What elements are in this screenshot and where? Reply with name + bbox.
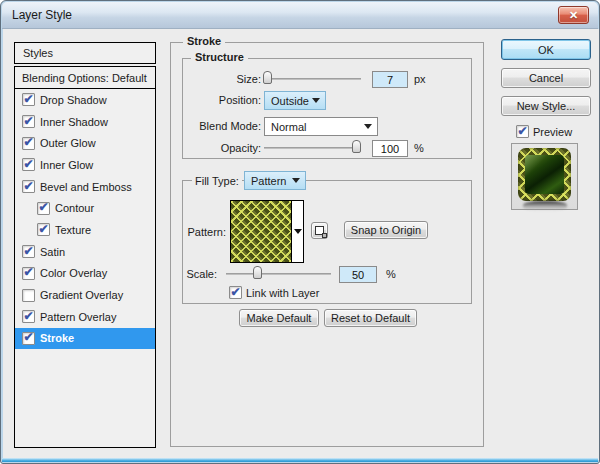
fill-type-dropdown[interactable]: Pattern <box>244 171 306 190</box>
pattern-picker[interactable] <box>230 200 304 263</box>
position-dropdown[interactable]: Outside <box>264 91 326 110</box>
size-slider[interactable] <box>264 78 361 80</box>
close-icon: ✕ <box>569 9 578 22</box>
checkbox[interactable]: ✔ <box>22 137 35 150</box>
stroke-group-title: Stroke <box>183 35 225 47</box>
checkbox[interactable]: ✔ <box>22 93 35 106</box>
checkbox[interactable]: ✔ <box>37 202 50 215</box>
sidebar-item-inner-shadow[interactable]: ✔Inner Shadow <box>15 111 155 133</box>
window-title: Layer Style <box>12 8 72 22</box>
checkmark-icon: ✔ <box>23 181 33 191</box>
fill-type-value: Pattern <box>251 175 286 187</box>
checkbox[interactable]: ✔ <box>22 267 35 280</box>
sidebar-item-inner-glow[interactable]: ✔Inner Glow <box>15 154 155 176</box>
size-input[interactable] <box>372 71 408 88</box>
sidebar-item-satin[interactable]: ✔Satin <box>15 241 155 263</box>
sidebar-item-label: Outer Glow <box>40 137 96 149</box>
sidebar-item-label: Bevel and Emboss <box>40 181 132 193</box>
sidebar-item-color-overlay[interactable]: ✔Color Overlay <box>15 263 155 285</box>
new-style-button[interactable]: New Style... <box>501 96 591 116</box>
checkmark-icon: ✔ <box>517 126 527 136</box>
close-button[interactable]: ✕ <box>558 6 589 24</box>
pattern-dropdown-arrow[interactable] <box>292 201 303 262</box>
checkmark-icon: ✔ <box>23 159 33 169</box>
ok-label: OK <box>538 44 554 56</box>
preview-checkbox[interactable]: ✔ <box>516 125 529 138</box>
styles-list: Blending Options: Default ✔Drop Shadow✔I… <box>14 66 156 448</box>
scale-slider-thumb[interactable] <box>253 266 262 279</box>
sidebar-item-gradient-overlay[interactable]: Gradient Overlay <box>15 284 155 306</box>
blend-mode-label: Blend Mode: <box>170 120 261 132</box>
sidebar-item-bevel-and-emboss[interactable]: ✔Bevel and Emboss <box>15 176 155 198</box>
checkbox[interactable]: ✔ <box>22 332 35 345</box>
make-default-button[interactable]: Make Default <box>239 309 319 327</box>
pattern-thumbnail[interactable] <box>231 201 292 262</box>
new-style-label: New Style... <box>517 100 576 112</box>
ok-button[interactable]: OK <box>501 39 591 60</box>
sidebar-item-drop-shadow[interactable]: ✔Drop Shadow <box>15 89 155 111</box>
sidebar-item-label: Satin <box>40 246 65 258</box>
checkmark-icon: ✔ <box>23 94 33 104</box>
snap-to-origin-button[interactable]: Snap to Origin <box>344 221 428 239</box>
effects-list: ✔Drop Shadow✔Inner Shadow✔Outer Glow✔Inn… <box>15 89 155 349</box>
checkbox[interactable]: ✔ <box>22 180 35 193</box>
checkmark-icon: ✔ <box>23 137 33 147</box>
opacity-slider[interactable] <box>264 147 361 149</box>
pattern-label: Pattern: <box>182 226 226 238</box>
scale-input[interactable] <box>339 266 377 283</box>
sidebar-item-label: Stroke <box>40 332 74 344</box>
layer-style-dialog: Layer Style ✕ Styles Blending Options: D… <box>0 0 600 464</box>
styles-header[interactable]: Styles <box>14 42 156 64</box>
cancel-label: Cancel <box>529 72 563 84</box>
preview-gem-core <box>525 155 564 194</box>
new-pattern-button[interactable] <box>311 222 328 239</box>
opacity-input[interactable] <box>372 140 408 157</box>
scale-slider[interactable] <box>226 273 331 275</box>
checkmark-icon: ✔ <box>38 224 48 234</box>
link-with-layer-checkbox[interactable]: ✔ <box>229 286 242 299</box>
checkbox[interactable] <box>22 289 35 302</box>
opacity-unit: % <box>414 142 424 154</box>
preview-gem-shadow <box>523 201 567 211</box>
fill-type-label: Fill Type: <box>192 175 242 187</box>
sidebar-item-label: Pattern Overlay <box>40 311 116 323</box>
snap-to-origin-label: Snap to Origin <box>351 224 421 236</box>
sidebar-item-contour[interactable]: ✔Contour <box>15 197 155 219</box>
sidebar-item-pattern-overlay[interactable]: ✔Pattern Overlay <box>15 306 155 328</box>
checkbox[interactable]: ✔ <box>22 245 35 258</box>
checkbox[interactable]: ✔ <box>22 310 35 323</box>
sidebar-item-label: Color Overlay <box>40 267 107 279</box>
position-label: Position: <box>170 94 261 106</box>
opacity-label: Opacity: <box>170 142 261 154</box>
size-slider-thumb[interactable] <box>263 71 272 84</box>
sidebar-item-label: Contour <box>55 202 94 214</box>
scale-label: Scale: <box>170 268 217 280</box>
dialog-body: Styles Blending Options: Default ✔Drop S… <box>3 29 599 460</box>
checkbox[interactable]: ✔ <box>22 158 35 171</box>
checkbox[interactable]: ✔ <box>37 223 50 236</box>
new-preset-icon <box>315 226 324 235</box>
structure-group-title: Structure <box>191 51 248 63</box>
checkmark-icon: ✔ <box>23 332 33 342</box>
sidebar-item-blending-options[interactable]: Blending Options: Default <box>15 67 155 89</box>
blend-mode-dropdown[interactable]: Normal <box>264 117 378 136</box>
sidebar-item-label: Drop Shadow <box>40 94 107 106</box>
sidebar-item-texture[interactable]: ✔Texture <box>15 219 155 241</box>
window-frame-accent <box>2 458 598 462</box>
title-bar[interactable]: Layer Style ✕ <box>2 2 598 29</box>
chevron-down-icon <box>292 178 300 183</box>
cancel-button[interactable]: Cancel <box>501 68 591 88</box>
reset-to-default-button[interactable]: Reset to Default <box>324 309 417 327</box>
checkmark-icon: ✔ <box>230 287 240 297</box>
sidebar-item-label: Gradient Overlay <box>40 289 123 301</box>
chevron-down-icon <box>364 124 372 129</box>
checkbox[interactable]: ✔ <box>22 115 35 128</box>
blend-mode-value: Normal <box>271 121 306 133</box>
chevron-down-icon <box>294 229 302 234</box>
sidebar-item-stroke[interactable]: ✔Stroke <box>15 328 155 350</box>
make-default-label: Make Default <box>247 312 312 324</box>
sidebar-item-outer-glow[interactable]: ✔Outer Glow <box>15 132 155 154</box>
checkmark-icon: ✔ <box>23 311 33 321</box>
checkmark-icon: ✔ <box>38 202 48 212</box>
opacity-slider-thumb[interactable] <box>352 140 361 153</box>
